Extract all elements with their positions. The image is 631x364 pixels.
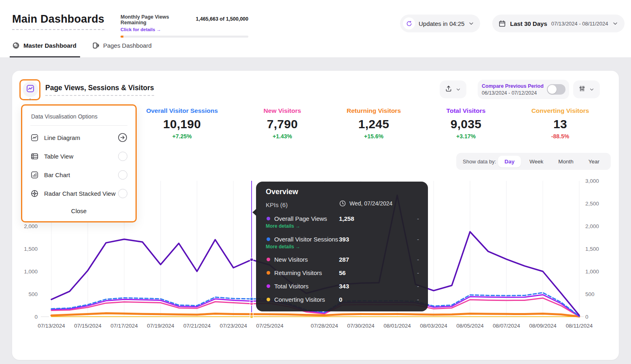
upload-icon [445,85,452,94]
kpi-label: New Visitors [264,107,301,114]
quota-details-link[interactable]: Click for details → [121,27,161,32]
radio-button[interactable] [118,170,127,180]
show-by-option-month[interactable]: Month [552,156,580,167]
table-view-icon [30,152,39,161]
tooltip-row-new-visitors: New Visitors287- [256,256,428,264]
series-dot [267,237,270,241]
compare-label: Compare Previous Period [482,83,544,89]
tooltip-title: Overview [266,188,298,196]
bar-chart-icon [30,171,39,179]
tooltip-row-overall-page-views: Overall Page Views1,258- [256,215,428,223]
tooltip-row-label: Overall Page Views [274,215,327,222]
more-details-link[interactable]: More details → [266,244,300,250]
kpi-value: 13 [531,117,589,131]
series-dot [267,271,270,275]
tooltip-date-text: Wed, 07/24/2024 [349,200,392,207]
chevron-down-icon[interactable] [468,20,474,27]
tooltip-row-compare-value: - [417,296,419,303]
line-diagram-icon [30,133,39,142]
chart-tooltip: Overview KPIs (6) Wed, 07/24/2024 Overal… [256,182,428,311]
viz-option-bar-chart[interactable]: Bar Chart [30,165,127,184]
chevron-down-icon [455,87,461,92]
updates-pill[interactable]: Updates in 04:25 [400,15,480,32]
radio-button[interactable] [118,152,127,161]
active-tab-underline [10,56,80,57]
radio-button[interactable] [118,189,127,198]
more-details-link[interactable]: More details → [266,223,300,229]
viz-option-label: Bar Chart [44,171,70,178]
tooltip-row-value: 343 [339,283,349,290]
tooltip-date: Wed, 07/24/2024 [339,200,392,207]
annotation-box-chart-type [19,79,40,100]
compare-toggle[interactable] [547,84,565,95]
series-dot [267,258,270,261]
calendar-icon [498,20,506,28]
compare-previous-period[interactable]: Compare Previous Period 06/13/2024 - 07/… [478,80,569,99]
viz-option-radar-chart-stacked-view[interactable]: Radar Chart Stacked View [30,184,127,203]
kpi-value: 7,790 [264,117,301,131]
tab-pages-dashboard[interactable]: Pages Dashboard [92,42,152,49]
tooltip-row-compare-value: - [417,215,419,222]
show-by-option-day[interactable]: Day [498,156,521,167]
sliders-icon [578,85,586,94]
date-range-pill[interactable]: Last 30 Days 07/13/2024 - 08/11/2024 [492,15,625,32]
chart-settings-button[interactable] [573,80,600,98]
series-dot [267,217,270,220]
quota-progress-bar [121,36,248,38]
tooltip-kpis-count: KPIs (6) [266,201,288,208]
tab-master-dashboard[interactable]: Master Dashboard [12,42,76,49]
updates-label: Updates in 04:25 [419,20,464,27]
quota-usage: 1,465,663 of 1,500,000 [196,16,248,22]
tooltip-row-label: Returning Visitors [274,269,322,276]
tooltip-row-value: 56 [339,269,346,276]
tooltip-row-value: 287 [339,256,349,263]
tooltip-row-compare-value: - [417,269,419,276]
arrow-right-circle-icon[interactable] [118,133,127,142]
tooltip-row-label: Converting Visitors [274,296,325,303]
refresh-icon [403,17,415,30]
show-by-option-week[interactable]: Week [523,156,550,167]
toggle-knob [548,85,557,94]
show-data-by-label: Show data by: [463,159,496,165]
viz-option-label: Table View [44,153,73,160]
tooltip-row-compare-value: - [417,283,419,290]
kpi-value: 1,245 [347,117,401,131]
tooltip-row-value: 0 [339,296,342,303]
viz-option-label: Radar Chart Stacked View [44,190,115,197]
show-by-option-year[interactable]: Year [582,156,606,167]
tooltip-row-compare-value: - [417,236,419,243]
chevron-down-icon[interactable] [612,20,618,27]
viz-option-line-diagram[interactable]: Line Diagram [30,128,127,147]
tooltip-row-label: Total Visitors [274,283,309,290]
viz-close-button[interactable]: Close [30,207,127,214]
viz-option-label: Line Diagram [44,134,80,141]
kpi-converting-visitors: Converting Visitors13-88.5% [531,107,589,140]
card-title: Page Views, Sessions & Visitors [45,84,154,96]
quota-label: Monthly Page Views Remaining [121,14,196,25]
tooltip-row-compare-value: - [417,256,419,263]
radar-chart-icon [30,189,39,198]
clock-icon [339,200,346,207]
tab-label: Pages Dashboard [103,42,152,49]
tooltip-row-value: 1,258 [339,215,354,222]
date-range-value: 07/13/2024 - 08/11/2024 [551,21,608,27]
kpi-delta: +15.6% [347,133,401,140]
chart-type-button[interactable] [23,82,38,97]
viz-option-table-view[interactable]: Table View [30,147,127,165]
series-dot [267,298,270,301]
chevron-down-icon [589,87,595,92]
gauge-icon [12,42,20,49]
data-visualisation-options-panel: Data Visualisation Options Line DiagramT… [21,104,137,222]
series-dot [267,284,270,288]
show-data-by: Show data by: DayWeekMonthYear [456,153,611,170]
kpi-delta: +7.25% [146,133,218,140]
line-chart-icon [26,84,35,95]
pages-icon [92,42,100,49]
kpi-value: 10,190 [146,117,218,131]
kpi-label: Total Visitors [447,107,486,114]
export-button[interactable] [440,80,466,98]
tooltip-row-converting-visitors: Converting Visitors0- [256,296,428,304]
kpi-label: Returning Visitors [347,107,401,114]
viz-panel-title: Data Visualisation Options [30,112,127,126]
kpi-label: Overall Visitor Sessions [146,107,218,114]
